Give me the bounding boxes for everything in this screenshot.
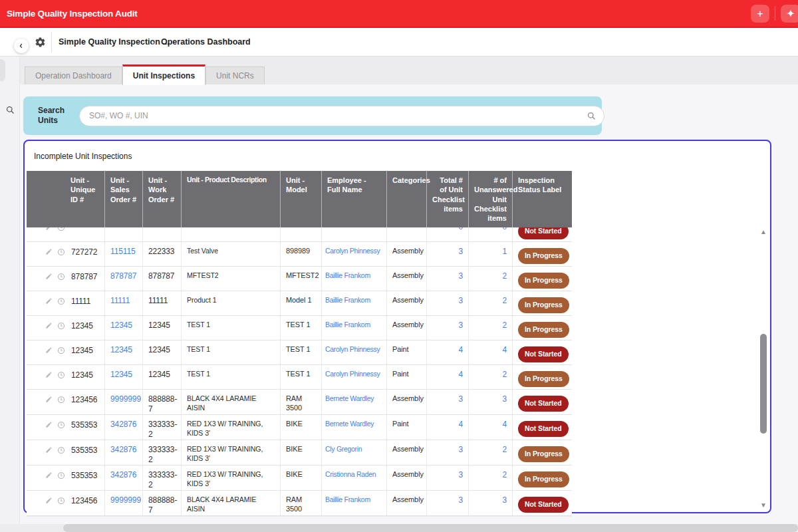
sparkle-icon: ✦ — [786, 8, 795, 19]
edit-icon[interactable] — [45, 346, 53, 354]
history-clock-icon[interactable] — [57, 297, 65, 305]
edit-icon[interactable] — [45, 471, 53, 479]
employee-link[interactable]: Carolyn Phinnessy — [325, 247, 380, 255]
edit-icon[interactable] — [45, 322, 53, 329]
edit-icon[interactable] — [45, 421, 53, 428]
sales-order-link[interactable]: 9999999 — [110, 394, 141, 404]
history-clock-icon[interactable] — [57, 396, 65, 404]
total-checklist-link[interactable]: 3 — [458, 271, 463, 281]
unanswered-checklist-link[interactable]: 2 — [502, 271, 507, 281]
employee-link[interactable]: Baillie Frankom — [325, 495, 370, 503]
total-checklist-link[interactable]: 3 — [458, 321, 463, 330]
history-clock-icon[interactable] — [57, 227, 65, 231]
sales-order-link[interactable]: 9999999 — [110, 495, 141, 505]
assistant-button[interactable]: ✦ — [781, 5, 798, 23]
sales-order-link[interactable]: 342876 — [110, 470, 136, 479]
employee-link[interactable]: Bernete Wardley — [325, 420, 374, 428]
edit-icon[interactable] — [45, 497, 53, 504]
column-header: Categories — [387, 171, 427, 227]
vertical-scrollbar[interactable]: ▲ ▼ — [759, 224, 768, 510]
unit-unique-id: 535353 — [71, 420, 97, 430]
employee-link[interactable]: Cristionna Raden — [325, 470, 376, 478]
unit-model: BIKE — [281, 466, 322, 490]
gear-icon[interactable] — [35, 37, 46, 48]
total-checklist-link[interactable]: 3 — [458, 296, 463, 305]
unanswered-checklist-link[interactable]: 2 — [502, 321, 507, 330]
product-description: RED 1X3 W/ TRAINING, KIDS 3' — [182, 466, 281, 490]
total-checklist-link[interactable]: 4 — [458, 370, 463, 379]
unanswered-checklist-link[interactable]: 2 — [502, 296, 507, 305]
history-clock-icon[interactable] — [57, 471, 65, 479]
edit-icon[interactable] — [45, 396, 53, 403]
total-checklist-link[interactable]: 4 — [458, 345, 463, 354]
history-clock-icon[interactable] — [57, 421, 65, 429]
back-button[interactable] — [14, 39, 29, 53]
history-clock-icon[interactable] — [57, 446, 65, 454]
total-checklist-link[interactable]: 4 — [458, 420, 463, 429]
horizontal-scrollbar-thumb[interactable] — [63, 524, 798, 532]
sidebar-search-icon[interactable] — [5, 105, 15, 115]
total-checklist-link[interactable]: 3 — [458, 247, 463, 256]
sales-order-link[interactable]: 11111 — [110, 296, 130, 305]
status-badge: In Progress — [518, 322, 569, 337]
edit-icon[interactable] — [45, 227, 53, 231]
unanswered-checklist-link[interactable]: 4 — [502, 345, 507, 354]
sales-order-link[interactable]: 342876 — [110, 420, 136, 429]
tab-unit-inspections[interactable]: Unit Inspections — [122, 65, 205, 85]
sales-order-link[interactable]: 878787 — [110, 271, 136, 281]
history-clock-icon[interactable] — [57, 346, 65, 354]
total-checklist-link[interactable]: 0 — [458, 227, 463, 231]
unanswered-checklist-link[interactable]: 2 — [502, 445, 507, 454]
search-icon[interactable] — [587, 111, 597, 121]
unit-unique-id: 123456 — [71, 395, 97, 405]
sales-order-link[interactable]: 12345 — [110, 370, 132, 379]
unit-model: Model 1 — [281, 291, 322, 315]
total-checklist-link[interactable]: 3 — [458, 470, 463, 479]
employee-link[interactable]: Bernete Wardley — [325, 394, 374, 402]
add-button[interactable]: + — [751, 5, 769, 23]
unanswered-checklist-link[interactable]: 0 — [502, 227, 507, 231]
vertical-scrollbar-thumb[interactable] — [760, 334, 767, 434]
history-clock-icon[interactable] — [57, 371, 65, 379]
tab-operation-dashboard[interactable]: Operation Dashboard — [25, 66, 122, 84]
unanswered-checklist-link[interactable]: 3 — [502, 394, 507, 404]
product-description: RED 1X3 W/ TRAINING, KIDS 3' — [182, 415, 281, 440]
table-row: 12345 12345 12345 TEST 1 TEST 1 Carolyn … — [27, 365, 572, 390]
panel-handle[interactable] — [0, 59, 5, 81]
history-clock-icon[interactable] — [57, 497, 65, 505]
search-input[interactable] — [79, 106, 604, 126]
edit-icon[interactable] — [45, 273, 53, 280]
total-checklist-link[interactable]: 3 — [458, 445, 463, 454]
employee-link[interactable]: Carolyn Phinnessy — [325, 370, 380, 378]
scroll-down-arrow[interactable]: ▼ — [759, 501, 767, 509]
unit-unique-id: 535353 — [71, 446, 97, 456]
sales-order-link[interactable]: 115115 — [110, 247, 136, 256]
status-badge: Not Started — [518, 396, 569, 411]
employee-link[interactable]: Cly Gregorin — [325, 445, 362, 453]
sales-order-link[interactable]: 12345 — [110, 345, 132, 354]
edit-icon[interactable] — [45, 297, 53, 305]
total-checklist-link[interactable]: 3 — [458, 394, 463, 404]
employee-link[interactable]: Baillie Frankom — [325, 271, 370, 279]
unanswered-checklist-link[interactable]: 2 — [502, 370, 507, 379]
history-clock-icon[interactable] — [57, 322, 65, 330]
edit-icon[interactable] — [45, 248, 53, 255]
unanswered-checklist-link[interactable]: 4 — [502, 420, 507, 429]
scroll-up-arrow[interactable]: ▲ — [759, 228, 767, 235]
sales-order-link[interactable]: 342876 — [110, 445, 136, 454]
unanswered-checklist-link[interactable]: 2 — [502, 470, 507, 479]
unanswered-checklist-link[interactable]: 1 — [502, 247, 507, 256]
history-clock-icon[interactable] — [57, 273, 65, 281]
unanswered-checklist-link[interactable]: 3 — [502, 495, 507, 505]
tab-unit-ncrs[interactable]: Unit NCRs — [205, 66, 265, 84]
employee-link[interactable]: Baillie Frankom — [325, 296, 370, 304]
search-panel: Search Units — [23, 96, 602, 135]
horizontal-scrollbar[interactable] — [0, 524, 798, 532]
employee-link[interactable]: Carolyn Phinnessy — [325, 345, 380, 353]
employee-link[interactable]: Baillie Frankom — [325, 321, 370, 329]
sales-order-link[interactable]: 12345 — [110, 321, 132, 330]
edit-icon[interactable] — [45, 371, 53, 378]
total-checklist-link[interactable]: 3 — [458, 495, 463, 505]
edit-icon[interactable] — [45, 446, 53, 454]
history-clock-icon[interactable] — [57, 248, 65, 256]
